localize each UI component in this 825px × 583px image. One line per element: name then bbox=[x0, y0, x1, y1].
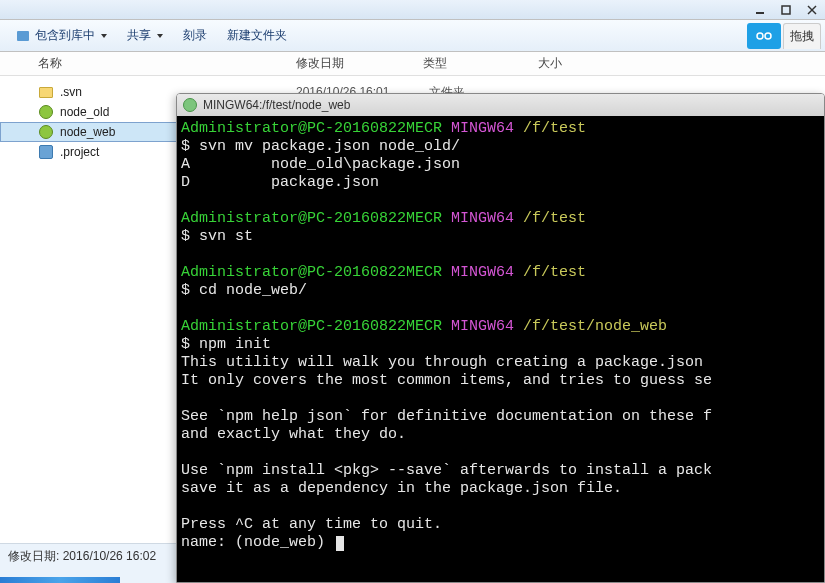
terminal-window: MINGW64:/f/test/node_web Administrator@P… bbox=[176, 93, 825, 583]
chevron-down-icon bbox=[101, 34, 107, 38]
drag-tab[interactable]: 拖拽 bbox=[783, 23, 821, 49]
new-folder-button[interactable]: 新建文件夹 bbox=[220, 24, 296, 47]
burn-button[interactable]: 刻录 bbox=[176, 24, 216, 47]
burn-label: 刻录 bbox=[183, 27, 207, 44]
col-type[interactable]: 类型 bbox=[423, 55, 538, 72]
svn-icon bbox=[38, 144, 54, 160]
explorer-toolbar: 包含到库中 共享 刻录 新建文件夹 bbox=[0, 20, 825, 52]
share-label: 共享 bbox=[127, 27, 151, 44]
col-size[interactable]: 大小 bbox=[538, 55, 825, 72]
svg-point-6 bbox=[765, 33, 771, 39]
share-button[interactable]: 共享 bbox=[120, 24, 172, 47]
terminal-body[interactable]: Administrator@PC-20160822MECR MINGW64 /f… bbox=[177, 116, 824, 582]
organize-button[interactable]: 包含到库中 bbox=[8, 24, 116, 47]
new-folder-label: 新建文件夹 bbox=[227, 27, 287, 44]
col-date[interactable]: 修改日期 bbox=[296, 55, 423, 72]
drag-label: 拖拽 bbox=[790, 29, 814, 43]
window-controls bbox=[747, 0, 825, 20]
link-icon bbox=[755, 29, 773, 43]
node-icon bbox=[38, 104, 54, 120]
status-date-value: 2016/10/26 16:02 bbox=[63, 549, 156, 563]
organize-icon bbox=[15, 28, 31, 44]
terminal-titlebar[interactable]: MINGW64:/f/test/node_web bbox=[177, 94, 824, 116]
chevron-down-icon bbox=[157, 34, 163, 38]
svg-rect-4 bbox=[17, 31, 29, 41]
terminal-title: MINGW64:/f/test/node_web bbox=[203, 98, 350, 112]
mingw-icon bbox=[183, 98, 197, 112]
svg-rect-1 bbox=[782, 6, 790, 14]
svg-rect-0 bbox=[756, 12, 764, 14]
node-icon bbox=[38, 124, 54, 140]
column-headers: 名称 修改日期 类型 大小 bbox=[0, 52, 825, 76]
terminal-cursor bbox=[336, 536, 344, 551]
share-cloud-button[interactable] bbox=[747, 23, 781, 49]
svg-point-5 bbox=[757, 33, 763, 39]
right-toolbar: 拖拽 bbox=[747, 20, 825, 52]
minimize-button[interactable] bbox=[747, 1, 773, 19]
organize-label: 包含到库中 bbox=[35, 27, 95, 44]
taskbar-fragment bbox=[0, 577, 120, 583]
folder-icon bbox=[38, 84, 54, 100]
window-titlebar bbox=[0, 0, 825, 20]
close-button[interactable] bbox=[799, 1, 825, 19]
status-date-label: 修改日期: bbox=[8, 549, 59, 563]
col-name[interactable]: 名称 bbox=[38, 55, 296, 72]
maximize-button[interactable] bbox=[773, 1, 799, 19]
